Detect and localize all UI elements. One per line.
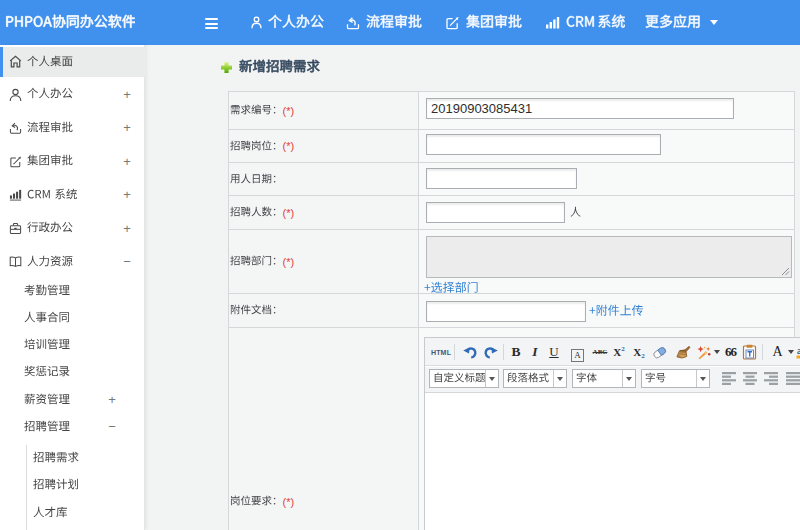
caret-down-icon[interactable] xyxy=(786,338,796,366)
sidebar-item-workflow-approval[interactable]: + xyxy=(0,111,145,145)
edit-square-icon xyxy=(9,155,22,168)
unit-label xyxy=(570,206,581,219)
sidebar-item-rewards[interactable] xyxy=(0,359,145,386)
sidebar-item-human-resources[interactable]: − xyxy=(0,245,145,279)
sidebar-item-recruit-plan[interactable] xyxy=(0,472,145,499)
sidebar-item-personal-office[interactable]: + xyxy=(0,77,145,111)
resize-handle-icon[interactable] xyxy=(781,267,790,276)
underline-icon[interactable]: U xyxy=(546,338,562,366)
expand-plus-icon[interactable]: + xyxy=(120,87,134,102)
emoticons-icon[interactable] xyxy=(695,338,712,366)
format-painter-icon[interactable] xyxy=(675,338,693,366)
sidebar-item-administration[interactable]: + xyxy=(0,211,145,245)
nav-item-label xyxy=(466,14,522,31)
italic-icon[interactable]: I xyxy=(528,338,542,366)
form-row-attachment xyxy=(229,294,794,328)
blockquote-icon[interactable]: 66 xyxy=(722,338,739,366)
hire-date-input[interactable] xyxy=(426,168,577,189)
caret-down-icon[interactable] xyxy=(712,338,722,366)
form-row-demand-no: (*) xyxy=(229,92,794,130)
sidebar-item-label xyxy=(27,255,73,269)
source-code-button[interactable]: HTML xyxy=(429,338,453,366)
department-textarea[interactable] xyxy=(426,236,792,278)
sidebar-item-talent-pool[interactable] xyxy=(0,499,145,526)
expand-plus-icon[interactable]: + xyxy=(120,120,134,135)
position-input[interactable] xyxy=(426,134,661,155)
collapse-minus-icon[interactable]: − xyxy=(120,254,134,269)
nav-item-group-approval[interactable] xyxy=(445,0,522,45)
required-marker: (*) xyxy=(283,140,295,152)
headcount-input[interactable] xyxy=(426,202,565,223)
field-label: (*) xyxy=(229,130,419,162)
sidebar-item-personal-desktop[interactable] xyxy=(0,47,145,77)
sidebar-item-label xyxy=(24,420,70,434)
sidebar-item-training[interactable] xyxy=(0,332,145,359)
paste-text-icon[interactable] xyxy=(741,338,757,366)
sidebar: + + + + + xyxy=(0,45,145,530)
required-marker: (*) xyxy=(283,105,295,117)
font-family-select[interactable] xyxy=(572,369,636,388)
paragraph-format-select[interactable] xyxy=(503,369,567,388)
flow-approval-icon xyxy=(9,121,22,134)
form-row-headcount: (*) xyxy=(229,196,794,230)
demand-no-input[interactable] xyxy=(426,98,734,119)
align-right-icon[interactable] xyxy=(764,371,779,385)
field-label: (*) xyxy=(229,196,419,229)
sidebar-item-recruitment[interactable]: − xyxy=(0,413,145,440)
align-left-icon[interactable] xyxy=(722,371,737,385)
sidebar-item-label xyxy=(27,55,73,69)
subscript-icon[interactable]: X2 xyxy=(631,338,647,366)
expand-plus-icon[interactable]: + xyxy=(120,154,134,169)
align-center-icon[interactable] xyxy=(743,371,758,385)
sidebar-item-label xyxy=(24,365,70,379)
sidebar-item-label xyxy=(27,121,73,135)
attachment-input[interactable] xyxy=(426,301,586,322)
caret-down-icon xyxy=(485,370,498,387)
undo-icon[interactable] xyxy=(461,338,478,366)
required-marker: (*) xyxy=(283,207,295,219)
highlight-color-icon[interactable]: a xyxy=(796,338,800,366)
nav-item-label xyxy=(566,14,625,31)
sidebar-item-label xyxy=(33,506,68,520)
hamburger-menu-icon[interactable] xyxy=(205,18,218,28)
sidebar-item-label xyxy=(24,338,70,352)
align-justify-icon[interactable] xyxy=(786,371,800,385)
field-label: (*) xyxy=(229,92,419,129)
nav-item-crm-system[interactable] xyxy=(545,0,625,45)
briefcase-icon xyxy=(9,222,22,235)
sidebar-item-recruit-demand[interactable] xyxy=(0,445,145,472)
strikethrough-icon[interactable]: ABC xyxy=(591,338,609,366)
sidebar-item-salary[interactable]: + xyxy=(0,386,145,413)
redo-icon[interactable] xyxy=(482,338,499,366)
upload-attachment-link[interactable] xyxy=(589,304,644,318)
field-label: (*) xyxy=(229,230,419,293)
sidebar-item-label xyxy=(24,311,70,325)
collapse-minus-icon[interactable]: − xyxy=(105,419,119,434)
caret-down-icon xyxy=(696,370,709,387)
sidebar-item-group-approval[interactable]: + xyxy=(0,144,145,178)
sidebar-item-hr-contract[interactable] xyxy=(0,304,145,331)
bar-chart-icon xyxy=(545,16,560,30)
nav-item-workflow-approval[interactable] xyxy=(346,0,422,45)
add-plus-icon xyxy=(220,61,233,74)
sidebar-item-crm-system[interactable]: + xyxy=(0,178,145,212)
bold-icon[interactable]: B xyxy=(508,338,524,366)
nav-item-personal-office[interactable] xyxy=(251,0,324,45)
font-color-icon[interactable]: A xyxy=(770,338,785,366)
caret-down-icon xyxy=(710,20,718,25)
rich-text-editor: HTML B I U A ABC X2 X2 xyxy=(424,337,800,530)
heading-style-select[interactable] xyxy=(429,369,499,388)
field-label xyxy=(229,163,419,195)
expand-plus-icon[interactable]: + xyxy=(105,392,119,407)
eraser-icon[interactable] xyxy=(651,338,667,366)
superscript-icon[interactable]: X2 xyxy=(611,338,627,366)
toolbar-separator xyxy=(503,344,504,360)
expand-plus-icon[interactable]: + xyxy=(120,221,134,236)
font-name-icon[interactable]: A xyxy=(570,338,585,366)
editor-content-area[interactable] xyxy=(425,394,800,530)
nav-item-more-apps[interactable] xyxy=(645,0,718,45)
font-size-select[interactable] xyxy=(641,369,710,388)
expand-plus-icon[interactable]: + xyxy=(120,187,134,202)
editor-toolbar-row2 xyxy=(425,367,800,393)
sidebar-item-attendance[interactable] xyxy=(0,277,145,304)
